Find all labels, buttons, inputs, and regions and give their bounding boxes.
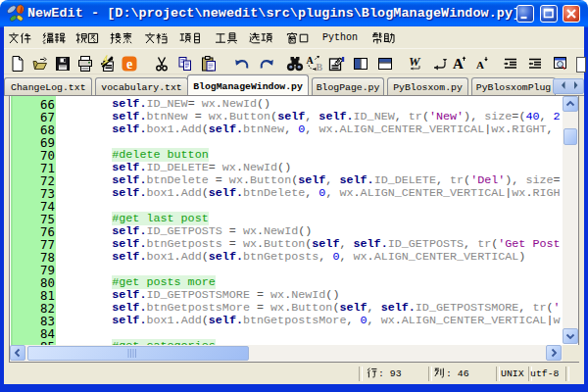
svg-text:A: A [453,56,464,72]
svg-text:B: B [317,62,323,73]
svg-text:A: A [307,55,315,66]
svg-text:A: A [476,59,484,71]
svg-text:e: e [125,57,131,72]
